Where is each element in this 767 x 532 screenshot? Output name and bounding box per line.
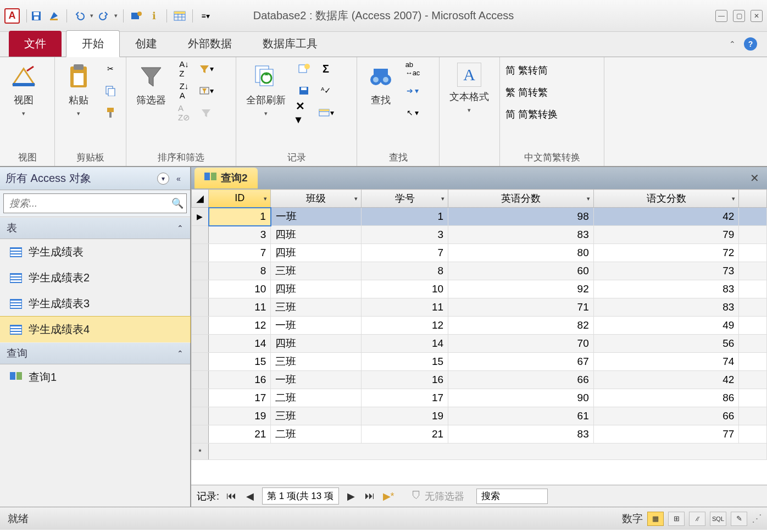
cell-id[interactable]: 8	[209, 262, 271, 280]
column-dropdown-icon[interactable]: ▾	[587, 195, 590, 202]
cell-eng[interactable]: 83	[448, 226, 594, 244]
cell-id[interactable]: 7	[209, 244, 271, 262]
undo-icon[interactable]	[73, 9, 87, 23]
delete-record-icon[interactable]: ✕ ▾	[296, 104, 312, 121]
qat-customize-icon[interactable]: ≡▾	[198, 9, 213, 23]
cell-class[interactable]: 三班	[271, 353, 362, 371]
help-button[interactable]: ?	[744, 37, 757, 51]
cell-class[interactable]: 四班	[271, 244, 362, 262]
selection-filter-icon[interactable]: ▾	[198, 60, 214, 77]
column-dropdown-icon[interactable]: ▾	[264, 195, 267, 202]
row-selector[interactable]	[192, 353, 209, 371]
cell-eng[interactable]: 66	[448, 371, 594, 389]
format-painter-icon[interactable]	[102, 104, 119, 121]
row-selector[interactable]	[192, 298, 209, 317]
cell-sno[interactable]: 10	[362, 280, 448, 298]
cell-id[interactable]: 19	[209, 407, 271, 425]
sql-view-button[interactable]: SQL	[710, 512, 726, 526]
cell-sno[interactable]: 21	[362, 425, 448, 444]
tab-home[interactable]: 开始	[66, 30, 120, 57]
cell-sno[interactable]: 12	[362, 317, 448, 335]
cell-class[interactable]: 四班	[271, 280, 362, 298]
pivottable-view-button[interactable]: ⊞	[668, 512, 685, 526]
cell-eng[interactable]: 83	[448, 425, 594, 444]
cell-id[interactable]: 14	[209, 335, 271, 353]
save-icon[interactable]	[29, 9, 43, 23]
recnav-prev-button[interactable]: ◀	[243, 490, 257, 503]
cell-chi[interactable]: 42	[593, 371, 739, 389]
row-selector[interactable]	[192, 335, 209, 353]
replace-icon[interactable]: ab↔ac	[404, 60, 421, 77]
cell-chi[interactable]: 79	[593, 226, 739, 244]
table-row[interactable]: 16一班166642	[192, 371, 767, 389]
nav-section-queries[interactable]: 查询⌃	[0, 342, 190, 364]
copy-icon[interactable]	[102, 82, 119, 99]
cell-class[interactable]: 一班	[271, 371, 362, 389]
tab-external-data[interactable]: 外部数据	[173, 31, 247, 57]
table-row[interactable]: 19三班196166	[192, 407, 767, 425]
cell-sno[interactable]: 15	[362, 353, 448, 371]
row-selector[interactable]	[192, 244, 209, 262]
cell-sno[interactable]: 7	[362, 244, 448, 262]
cell-id[interactable]: 15	[209, 353, 271, 371]
filter-button[interactable]: 筛选器	[132, 60, 170, 109]
row-selector[interactable]	[192, 280, 209, 298]
row-selector[interactable]	[192, 425, 209, 444]
undo-dropdown[interactable]: ▾	[90, 12, 93, 19]
cell-class[interactable]: 一班	[271, 208, 362, 226]
cell-sno[interactable]: 14	[362, 335, 448, 353]
cell-class[interactable]: 四班	[271, 335, 362, 353]
datasheet-grid[interactable]: ◢ID▾班级▾学号▾英语分数▾语文分数▾ ▶1一班198423四班383797四…	[191, 189, 767, 460]
cell-id[interactable]: 17	[209, 389, 271, 407]
sort-desc-icon[interactable]: Z↓A	[176, 82, 192, 99]
column-dropdown-icon[interactable]: ▾	[732, 195, 735, 202]
table-row[interactable]: 3四班38379	[192, 226, 767, 244]
recnav-first-button[interactable]: ⏮	[225, 490, 238, 503]
row-selector[interactable]	[192, 407, 209, 425]
cell-id[interactable]: 12	[209, 317, 271, 335]
row-selector[interactable]	[192, 389, 209, 407]
nav-header[interactable]: 所有 Access 对象 ▾ «	[0, 167, 190, 190]
cell-chi[interactable]: 86	[593, 389, 739, 407]
doc-close-button[interactable]: ✕	[750, 171, 759, 185]
goto-icon[interactable]: ➔ ▾	[404, 82, 421, 99]
table-row[interactable]: 14四班147056	[192, 335, 767, 353]
minimize-ribbon-icon[interactable]: ⌃	[727, 39, 737, 49]
cell-eng[interactable]: 71	[448, 298, 594, 317]
clear-sort-icon[interactable]: AZ⊘	[176, 104, 192, 121]
column-header[interactable]: 班级▾	[271, 190, 362, 208]
cell-chi[interactable]: 66	[593, 407, 739, 425]
linked-table-icon[interactable]	[129, 9, 143, 23]
nav-search-box[interactable]: 🔍	[3, 193, 187, 213]
cell-sno[interactable]: 17	[362, 389, 448, 407]
cell-class[interactable]: 二班	[271, 425, 362, 444]
cell-chi[interactable]: 83	[593, 298, 739, 317]
nav-table-item[interactable]: 学生成绩表	[0, 239, 190, 265]
cell-eng[interactable]: 92	[448, 280, 594, 298]
recnav-last-button[interactable]: ⏭	[363, 490, 376, 503]
cell-class[interactable]: 四班	[271, 226, 362, 244]
design-view-button[interactable]: ✎	[731, 512, 747, 526]
table-row[interactable]: 8三班86073	[192, 262, 767, 280]
cell-class[interactable]: 三班	[271, 262, 362, 280]
doc-tab-query2[interactable]: 查询2	[194, 168, 258, 189]
totals-icon[interactable]: Σ	[318, 60, 334, 77]
cell-chi[interactable]: 49	[593, 317, 739, 335]
more-records-icon[interactable]: ▾	[318, 104, 334, 121]
table-row[interactable]: 17二班179086	[192, 389, 767, 407]
cell-eng[interactable]: 80	[448, 244, 594, 262]
cell-id[interactable]: 11	[209, 298, 271, 317]
cell-sno[interactable]: 8	[362, 262, 448, 280]
new-record-icon[interactable]	[296, 60, 312, 77]
nav-filter-dropdown[interactable]: ▾	[157, 173, 169, 185]
cell-sno[interactable]: 1	[362, 208, 448, 226]
cell-id[interactable]: 16	[209, 371, 271, 389]
cell-eng[interactable]: 82	[448, 317, 594, 335]
datasheet-view-button[interactable]: ▦	[647, 512, 664, 526]
table-row[interactable]: 12一班128249	[192, 317, 767, 335]
redo-dropdown[interactable]: ▾	[114, 12, 118, 19]
column-header[interactable]: 学号▾	[362, 190, 448, 208]
maximize-button[interactable]: ▢	[733, 10, 745, 22]
cell-chi[interactable]: 73	[593, 262, 739, 280]
cell-class[interactable]: 一班	[271, 317, 362, 335]
